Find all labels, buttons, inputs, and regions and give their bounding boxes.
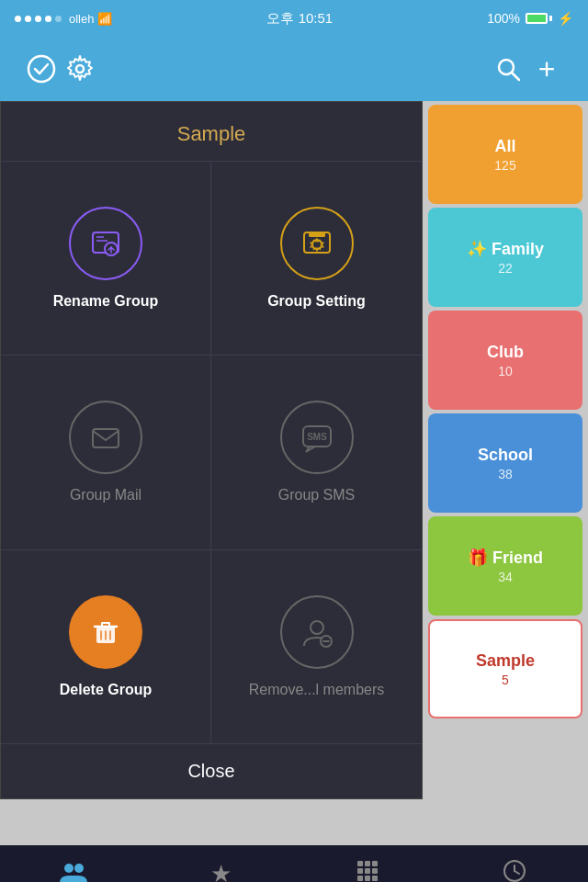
svg-rect-10 xyxy=(309,232,325,237)
svg-rect-37 xyxy=(372,876,378,881)
tag-friend-count: 34 xyxy=(498,570,513,584)
main-area: Sample Rename Group xyxy=(0,101,588,845)
battery-percent: 100% xyxy=(487,11,520,26)
svg-rect-29 xyxy=(357,861,363,866)
tag-sample-name: Sample xyxy=(476,651,535,671)
group-tag-friend[interactable]: 🎁 Friend 34 xyxy=(428,516,582,616)
right-sidebar: All 125 ✨ Family 22 Club 10 School 38 🎁 … xyxy=(423,101,588,845)
group-sms-cell[interactable]: SMS Group SMS xyxy=(211,356,422,549)
tag-family-count: 22 xyxy=(498,261,513,276)
svg-line-3 xyxy=(512,73,519,80)
svg-point-28 xyxy=(74,864,84,873)
rename-group-icon xyxy=(69,207,142,280)
tag-all-count: 125 xyxy=(494,158,515,173)
carrier-label: olleh xyxy=(69,12,94,26)
clock-icon xyxy=(503,859,526,883)
svg-point-27 xyxy=(64,864,74,873)
group-tag-all[interactable]: All 125 xyxy=(428,105,582,204)
signal-dot-3 xyxy=(35,16,41,22)
delete-group-label: Delete Group xyxy=(60,682,152,698)
status-bar: olleh 📶 오후 10:51 100% ⚡ xyxy=(0,0,588,37)
group-tag-club[interactable]: Club 10 xyxy=(428,311,582,410)
charging-icon: ⚡ xyxy=(558,11,573,26)
rename-group-cell[interactable]: Rename Group xyxy=(1,162,211,356)
search-icon xyxy=(493,54,523,84)
star-icon: ★ xyxy=(210,860,232,883)
delete-group-icon xyxy=(69,595,142,669)
nav-history[interactable]: History xyxy=(441,845,588,882)
check-button[interactable] xyxy=(22,50,61,88)
tag-school-count: 38 xyxy=(498,467,513,481)
svg-text:SMS: SMS xyxy=(307,432,327,442)
status-left: olleh 📶 xyxy=(15,12,112,26)
group-setting-cell[interactable]: Group Setting xyxy=(211,162,422,356)
svg-rect-30 xyxy=(365,861,370,866)
status-time: 오후 10:51 xyxy=(266,10,333,28)
tag-friend-name: 🎁 Friend xyxy=(468,548,543,568)
svg-line-40 xyxy=(514,871,519,874)
tag-school-name: School xyxy=(478,446,533,465)
plus-icon: + xyxy=(538,52,556,86)
group-tag-family[interactable]: ✨ Family 22 xyxy=(428,208,582,307)
toolbar: + xyxy=(0,37,588,101)
svg-point-24 xyxy=(311,621,323,634)
group-mail-cell[interactable]: Group Mail xyxy=(1,356,211,549)
signal-dot-4 xyxy=(45,16,51,22)
settings-button[interactable] xyxy=(61,50,99,88)
remove-members-icon xyxy=(280,595,354,669)
signal-dot-5 xyxy=(55,16,62,22)
group-sms-label: Group SMS xyxy=(278,487,356,503)
nav-favorites[interactable]: ★ Favorites xyxy=(147,845,294,882)
tag-family-name: ✨ Family xyxy=(467,239,544,259)
tag-club-count: 10 xyxy=(498,364,513,379)
bottom-nav: Contacts ★ Favorites Keypad xyxy=(0,845,588,882)
svg-rect-31 xyxy=(372,861,378,866)
delete-group-cell[interactable]: Delete Group xyxy=(1,550,211,743)
nav-keypad[interactable]: Keypad xyxy=(294,845,441,882)
search-button[interactable] xyxy=(489,50,527,88)
remove-members-cell[interactable]: Remove...l members xyxy=(211,550,422,743)
tag-club-name: Club xyxy=(487,343,524,362)
group-mail-icon xyxy=(69,401,142,474)
contacts-icon xyxy=(60,859,87,883)
group-setting-label: Group Setting xyxy=(267,293,366,310)
group-mail-label: Group Mail xyxy=(70,487,141,503)
wifi-icon: 📶 xyxy=(97,12,112,26)
group-sms-icon: SMS xyxy=(280,401,354,474)
svg-rect-35 xyxy=(357,876,363,881)
svg-rect-33 xyxy=(365,868,370,874)
popup-title: Sample xyxy=(1,102,422,162)
keypad-icon xyxy=(356,859,379,883)
svg-rect-32 xyxy=(357,868,363,874)
group-tag-school[interactable]: School 38 xyxy=(428,413,582,513)
add-button[interactable]: + xyxy=(527,50,566,88)
svg-rect-36 xyxy=(365,876,370,881)
tag-sample-count: 5 xyxy=(502,673,509,687)
settings-icon xyxy=(65,54,95,84)
signal-dot-1 xyxy=(15,16,21,22)
rename-group-label: Rename Group xyxy=(53,293,159,310)
popup-panel: Sample Rename Group xyxy=(0,101,423,799)
svg-rect-34 xyxy=(372,868,378,874)
close-button[interactable]: Close xyxy=(1,743,422,798)
close-label: Close xyxy=(187,761,234,782)
tag-all-name: All xyxy=(494,137,515,156)
svg-point-1 xyxy=(76,65,84,73)
nav-contacts[interactable]: Contacts xyxy=(0,845,147,882)
status-right: 100% ⚡ xyxy=(487,11,573,26)
group-setting-icon xyxy=(280,207,354,280)
battery-icon xyxy=(526,13,552,24)
svg-point-0 xyxy=(28,56,54,82)
signal-dot-2 xyxy=(25,16,31,22)
remove-members-label: Remove...l members xyxy=(249,682,385,698)
group-tag-sample[interactable]: Sample 5 xyxy=(428,619,582,718)
check-icon xyxy=(27,54,56,84)
svg-rect-12 xyxy=(93,429,119,447)
popup-grid: Rename Group Group Setting xyxy=(1,162,422,743)
